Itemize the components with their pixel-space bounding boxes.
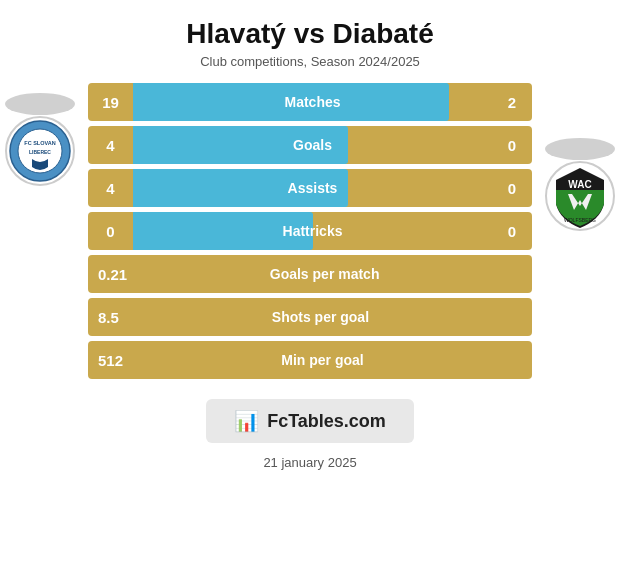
stat-row-assists: 4 Assists 0 <box>88 169 532 207</box>
stat-row-goals-per-match: 0.21 Goals per match <box>88 255 532 293</box>
left-ellipse <box>5 93 75 115</box>
matches-left-val: 19 <box>88 94 133 111</box>
goals-right-val: 0 <box>492 137 532 154</box>
hattricks-label-area: Hattricks <box>133 212 492 250</box>
min-per-goal-label: Min per goal <box>123 352 522 368</box>
matches-label: Matches <box>133 94 492 110</box>
banner-text: FcTables.com <box>267 411 386 432</box>
page-title: Hlavatý vs Diabaté <box>186 18 433 50</box>
footer-date: 21 january 2025 <box>263 455 356 470</box>
stat-bar-hattricks: 0 Hattricks 0 <box>88 212 532 250</box>
right-ellipse <box>545 138 615 160</box>
assists-label-area: Assists <box>133 169 492 207</box>
stat-bar-matches: 19 Matches 2 <box>88 83 532 121</box>
slovan-logo: FC SLOVAN LIBEREC <box>4 115 76 187</box>
shots-per-goal-label: Shots per goal <box>119 309 522 325</box>
stat-row-min-per-goal: 512 Min per goal <box>88 341 532 379</box>
stat-bar-min-per-goal: 512 Min per goal <box>88 341 532 379</box>
stat-bar-goals-per-match: 0.21 Goals per match <box>88 255 532 293</box>
stat-row-shots-per-goal: 8.5 Shots per goal <box>88 298 532 336</box>
page-subtitle: Club competitions, Season 2024/2025 <box>200 54 420 69</box>
hattricks-right-val: 0 <box>492 223 532 240</box>
main-section: FC SLOVAN LIBEREC 19 Matches 2 <box>0 83 620 379</box>
stat-bar-shots-per-goal: 8.5 Shots per goal <box>88 298 532 336</box>
goals-label: Goals <box>133 137 492 153</box>
footer-banner: 📊 FcTables.com <box>206 399 414 443</box>
svg-text:FC SLOVAN: FC SLOVAN <box>24 140 55 146</box>
goals-per-match-val: 0.21 <box>98 266 127 283</box>
assists-label: Assists <box>133 180 492 196</box>
matches-label-area: Matches <box>133 83 492 121</box>
banner-icon: 📊 <box>234 409 259 433</box>
svg-text:WAC: WAC <box>568 179 591 190</box>
wac-logo: WAC WOLFSBERG <box>544 160 616 232</box>
stat-bar-goals: 4 Goals 0 <box>88 126 532 164</box>
svg-text:LIBEREC: LIBEREC <box>29 149 51 155</box>
stat-row-hattricks: 0 Hattricks 0 <box>88 212 532 250</box>
hattricks-left-val: 0 <box>88 223 133 240</box>
goals-left-val: 4 <box>88 137 133 154</box>
hattricks-label: Hattricks <box>133 223 492 239</box>
shots-per-goal-val: 8.5 <box>98 309 119 326</box>
stats-container: 19 Matches 2 4 Goals 0 <box>80 83 540 379</box>
left-team-logo-area: FC SLOVAN LIBEREC <box>0 93 80 187</box>
stat-bar-assists: 4 Assists 0 <box>88 169 532 207</box>
assists-left-val: 4 <box>88 180 133 197</box>
min-per-goal-val: 512 <box>98 352 123 369</box>
svg-text:WOLFSBERG: WOLFSBERG <box>564 217 596 223</box>
goals-per-match-label: Goals per match <box>127 266 522 282</box>
right-team-logo-area: WAC WOLFSBERG <box>540 138 620 232</box>
stat-row-goals: 4 Goals 0 <box>88 126 532 164</box>
assists-right-val: 0 <box>492 180 532 197</box>
matches-right-val: 2 <box>492 94 532 111</box>
page: Hlavatý vs Diabaté Club competitions, Se… <box>0 0 620 580</box>
stat-row-matches: 19 Matches 2 <box>88 83 532 121</box>
goals-label-area: Goals <box>133 126 492 164</box>
